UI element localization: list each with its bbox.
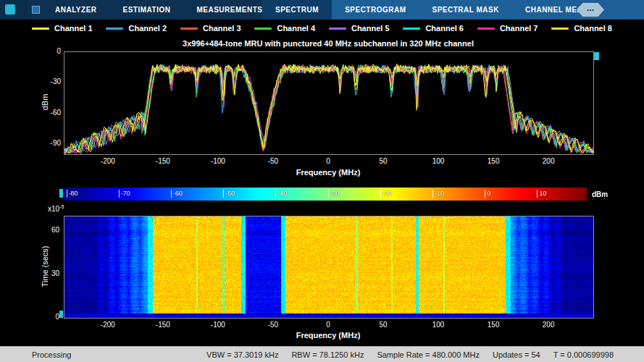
colorbar-marker-icon[interactable] (59, 189, 63, 198)
spectrogram-x-tick: -100 (201, 321, 235, 329)
spectrogram-x-tick: 150 (476, 321, 511, 329)
legend-label: Channel 8 (574, 24, 612, 33)
legend-label: Channel 5 (351, 24, 390, 33)
spectrogram-marker-icon[interactable] (59, 311, 63, 318)
spectrogram-canvas[interactable] (64, 216, 594, 319)
time-axis-multiplier: x10-5 (48, 204, 64, 213)
spectrogram-x-tick: 50 (366, 321, 401, 329)
toolstrip-tabbar: ANALYZER ESTIMATION MEASUREMENTS SPECTRU… (0, 0, 644, 20)
tab-analyzer[interactable]: ANALYZER (42, 0, 110, 20)
time-axis-multiplier-base: x10 (48, 205, 59, 213)
legend-label: Channel 3 (203, 24, 241, 33)
legend-line-swatch (32, 28, 49, 30)
status-metric: T = 0.000699998 (553, 350, 614, 359)
status-metric: VBW = 37.3019 kHz (206, 350, 278, 359)
tab-spectral-mask[interactable]: SPECTRAL MASK (419, 0, 512, 20)
status-metric: Sample Rate = 480.000 MHz (377, 350, 480, 359)
spectrogram-ylabel: Time (secs) (41, 237, 49, 295)
spectrum-x-tick: -150 (146, 157, 180, 165)
spectrum-plot-canvas[interactable] (64, 51, 594, 155)
legend-line-swatch (106, 28, 123, 30)
overflow-label: ... (587, 3, 594, 13)
spectrogram-figure: -80-70-60-50-40-30-20-10010 dBm x10-5 Ti… (0, 182, 644, 346)
legend-line-swatch (551, 28, 569, 30)
legend-item-channel-7[interactable]: Channel 7 (477, 24, 538, 33)
spectrogram-x-tick: -50 (256, 321, 290, 329)
legend-item-channel-3[interactable]: Channel 3 (180, 24, 241, 33)
spectrum-y-tick: -60 (32, 109, 61, 117)
status-metric: RBW = 78.1250 kHz (291, 350, 364, 359)
legend-line-swatch (180, 28, 198, 30)
spectrum-y-tick: -90 (32, 139, 61, 147)
spectrum-y-tick: 0 (32, 47, 61, 55)
colorbar (64, 188, 587, 201)
spectrogram-x-tick: 200 (531, 321, 566, 329)
spectrum-x-tick: -50 (256, 157, 290, 165)
legend-line-swatch (254, 28, 272, 30)
legend-label: Channel 1 (54, 24, 93, 33)
legend-item-channel-5[interactable]: Channel 5 (329, 24, 390, 33)
axes-toolbar-icon[interactable] (594, 52, 599, 60)
spectrum-xlabel: Frequency (MHz) (64, 168, 593, 177)
spectrum-x-tick: 200 (531, 157, 566, 165)
legend-line-swatch (403, 28, 420, 30)
spectrogram-y-tick: 30 (36, 269, 59, 277)
spectrogram-x-tick: 100 (421, 321, 456, 329)
legend-label: Channel 2 (128, 24, 167, 33)
legend-label: Channel 6 (425, 24, 464, 33)
spectrum-x-tick: 150 (476, 157, 511, 165)
scope-icon (32, 6, 40, 14)
spectrum-x-tick: -200 (91, 157, 125, 165)
tab-spectrogram[interactable]: SPECTROGRAM (332, 0, 419, 20)
legend-line-swatch (329, 28, 346, 30)
time-axis-multiplier-exp: -5 (59, 204, 64, 209)
spectrogram-y-tick: 60 (36, 226, 59, 234)
app-icon[interactable] (5, 4, 15, 14)
legend-label: Channel 7 (500, 24, 538, 33)
spectrogram-y-tick: 0 (36, 313, 59, 321)
status-metric: Updates = 54 (493, 350, 540, 359)
legend-label: Channel 4 (277, 24, 315, 33)
spectrum-analyzer-window: ANALYZER ESTIMATION MEASUREMENTS SPECTRU… (0, 0, 644, 362)
legend-line-swatch (477, 28, 495, 30)
spectrum-title: 3x996+484-tone MRU with punctured 40 MHz… (64, 39, 593, 48)
legend-item-channel-6[interactable]: Channel 6 (403, 24, 464, 33)
tab-estimation[interactable]: ESTIMATION (110, 0, 184, 20)
spectrum-x-tick: -100 (201, 157, 235, 165)
spectrum-y-tick: -30 (32, 77, 61, 85)
spectrum-x-tick: 100 (421, 157, 456, 165)
status-metrics: VBW = 37.3019 kHzRBW = 78.1250 kHzSample… (206, 350, 614, 359)
spectrum-plot-figure: 3x996+484-tone MRU with punctured 40 MHz… (0, 37, 644, 182)
colorbar-unit-label: dBm (592, 190, 608, 198)
tab-spectrum[interactable]: SPECTRUM (262, 0, 332, 20)
legend-item-channel-1[interactable]: Channel 1 (32, 24, 93, 33)
spectrogram-x-tick: -150 (146, 321, 180, 329)
legend-item-channel-2[interactable]: Channel 2 (106, 24, 167, 33)
spectrum-x-tick: 50 (366, 157, 401, 165)
spectrogram-xlabel: Frequency (MHz) (64, 331, 593, 340)
spectrogram-x-tick: -200 (91, 321, 125, 329)
status-processing: Processing (32, 350, 71, 359)
legend-item-channel-8[interactable]: Channel 8 (551, 24, 612, 33)
legend-item-channel-4[interactable]: Channel 4 (254, 24, 315, 33)
spectrogram-x-tick: 0 (311, 321, 346, 329)
status-bar: Processing VBW = 37.3019 kHzRBW = 78.125… (0, 346, 644, 362)
tab-group-main: ANALYZER ESTIMATION MEASUREMENTS (42, 0, 275, 20)
spectrum-x-tick: 0 (311, 157, 346, 165)
channel-legend: Channel 1Channel 2Channel 3Channel 4Chan… (0, 20, 644, 37)
